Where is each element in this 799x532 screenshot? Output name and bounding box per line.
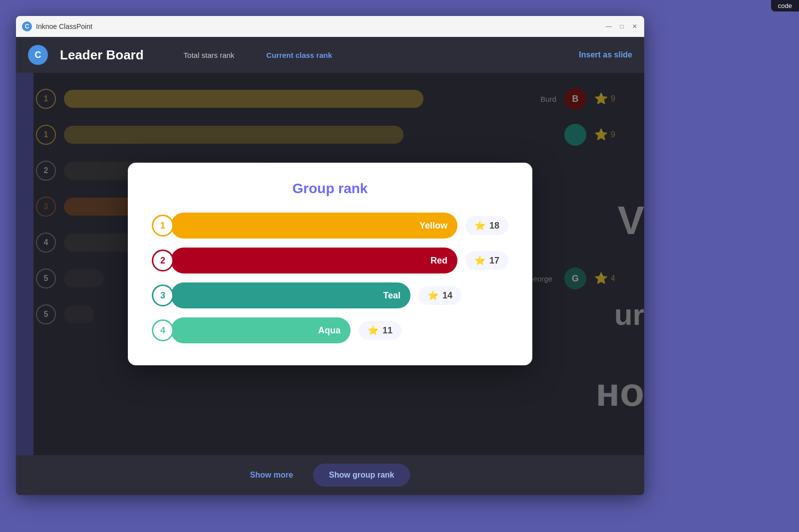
app-logo: C xyxy=(22,21,32,31)
star-value: 18 xyxy=(489,221,499,231)
group-rank-badge: 4 xyxy=(152,319,174,341)
group-name: Teal xyxy=(383,290,400,301)
group-rank-badge: 2 xyxy=(152,250,174,271)
app-title: Inknoe ClassPoint xyxy=(36,22,601,30)
star-icon: ⭐ xyxy=(368,325,379,336)
group-bar: Red xyxy=(171,248,457,273)
header-tabs: Total stars rank Current class rank xyxy=(168,47,567,63)
titlebar: C Inknoe ClassPoint — □ ✕ xyxy=(16,16,644,37)
header: C Leader Board Total stars rank Current … xyxy=(16,37,644,73)
list-item: 3 Teal ⭐ 14 xyxy=(152,282,508,308)
list-item: 4 Aqua ⭐ 11 xyxy=(152,317,508,343)
code-badge: code xyxy=(771,0,799,11)
star-value: 11 xyxy=(383,325,393,336)
window-controls: — □ ✕ xyxy=(605,23,638,30)
minimize-button[interactable]: — xyxy=(605,23,612,30)
modal-title: Group rank xyxy=(152,181,508,197)
show-group-rank-button[interactable]: Show group rank xyxy=(313,464,410,487)
page-title: Leader Board xyxy=(60,47,144,63)
star-icon: ⭐ xyxy=(474,255,485,266)
close-button[interactable]: ✕ xyxy=(631,23,638,30)
insert-as-slide-button[interactable]: Insert as slide xyxy=(579,50,632,59)
main-content: V ur но 1 Burd B ⭐ 9 1 ⭐ xyxy=(16,73,644,455)
group-rank-modal: Group rank 1 Yellow ⭐ 18 xyxy=(128,163,532,365)
group-name: Aqua xyxy=(318,325,341,336)
bottom-bar: Show more Show group rank xyxy=(16,455,644,495)
group-name: Red xyxy=(430,256,447,266)
star-icon: ⭐ xyxy=(427,290,438,301)
group-bar: Yellow xyxy=(171,213,457,239)
group-stars: ⭐ 11 xyxy=(359,321,401,340)
list-item: 1 Yellow ⭐ 18 xyxy=(152,213,508,239)
tab-current-class[interactable]: Current class rank xyxy=(250,47,348,63)
group-rank-rows: 1 Yellow ⭐ 18 2 Red xyxy=(152,213,508,343)
group-stars: ⭐ 14 xyxy=(418,286,461,305)
group-stars: ⭐ 18 xyxy=(465,216,508,235)
tab-total-stars[interactable]: Total stars rank xyxy=(168,47,251,63)
group-name: Yellow xyxy=(419,221,447,231)
group-bar: Aqua xyxy=(171,317,351,343)
star-value: 17 xyxy=(489,256,499,266)
star-icon: ⭐ xyxy=(474,220,485,231)
group-rank-badge: 3 xyxy=(152,284,174,306)
main-window: C Inknoe ClassPoint — □ ✕ C Leader Board… xyxy=(16,16,644,495)
header-logo: C xyxy=(28,45,48,65)
modal-overlay: Group rank 1 Yellow ⭐ 18 xyxy=(16,73,644,455)
group-rank-badge: 1 xyxy=(152,215,174,237)
star-value: 14 xyxy=(442,290,452,301)
show-more-button[interactable]: Show more xyxy=(250,471,293,480)
group-stars: ⭐ 17 xyxy=(465,251,508,270)
group-bar: Teal xyxy=(171,282,410,308)
maximize-button[interactable]: □ xyxy=(618,23,625,30)
list-item: 2 Red ⭐ 17 xyxy=(152,248,508,273)
